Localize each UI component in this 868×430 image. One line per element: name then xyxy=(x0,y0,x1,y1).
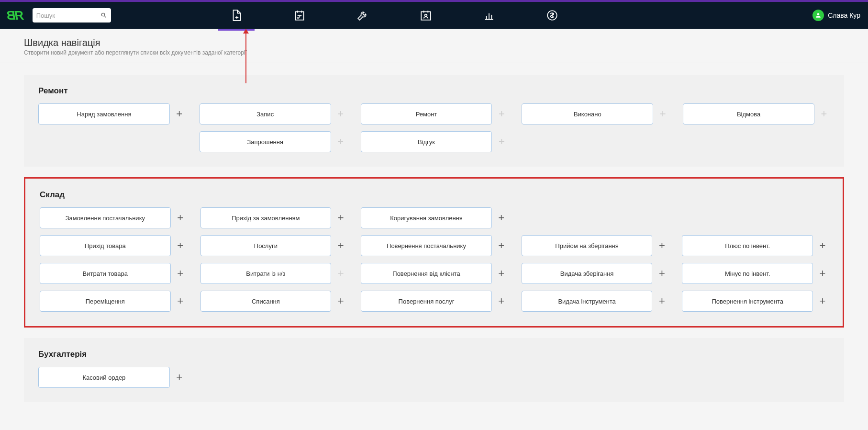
nav-employee-icon[interactable] xyxy=(419,9,433,22)
card-button[interactable]: Плюс по інвент. xyxy=(682,235,813,256)
card-cell: Видача інструмента+ xyxy=(522,291,668,312)
grid-warehouse: Замовлення постачальнику+Прихід за замов… xyxy=(40,207,828,312)
card-button[interactable]: Запис xyxy=(200,103,331,124)
panel-warehouse: Склад Замовлення постачальнику+Прихід за… xyxy=(24,177,844,328)
card-cell: Витрати із н/з+ xyxy=(200,263,347,284)
user-area[interactable]: Слава Кур xyxy=(812,10,860,21)
plus-icon[interactable]: + xyxy=(175,240,186,251)
card-cell: Прийом на зберігання+ xyxy=(522,235,668,256)
card-button[interactable]: Коригування замовлення xyxy=(361,207,492,228)
plus-icon: + xyxy=(496,108,507,120)
card-cell: Коригування замовлення+ xyxy=(361,207,507,228)
card-button[interactable]: Запрошення xyxy=(200,131,331,152)
card-cell: Прихід за замовленням+ xyxy=(200,207,347,228)
grid-repair: Наряд замовлення+Запис+Ремонт+Виконано+В… xyxy=(38,103,830,152)
plus-icon[interactable]: + xyxy=(335,295,346,307)
card-button[interactable]: Видача зберігання xyxy=(522,263,653,284)
avatar xyxy=(812,10,824,21)
card-button[interactable]: Прихід товара xyxy=(40,235,171,256)
plus-icon[interactable]: + xyxy=(817,240,828,251)
card-button[interactable]: Видача інструмента xyxy=(522,291,653,312)
card-button[interactable]: Прихід за замовленням xyxy=(200,207,332,228)
nav-icons xyxy=(230,9,559,22)
card-cell: Прихід товара+ xyxy=(40,235,186,256)
card-button[interactable]: Мінус по інвент. xyxy=(682,263,813,284)
card-button[interactable]: Послуги xyxy=(200,235,332,256)
card-cell: Послуги+ xyxy=(200,235,347,256)
card-cell: Мінус по інвент.+ xyxy=(682,263,828,284)
plus-icon[interactable]: + xyxy=(335,240,346,251)
card-button[interactable]: Виконано xyxy=(522,103,653,124)
plus-icon: + xyxy=(496,136,507,147)
card-button[interactable]: Списання xyxy=(200,291,332,312)
card-cell: Виконано+ xyxy=(522,103,668,124)
card-button[interactable]: Повернення інструмента xyxy=(682,291,813,312)
nav-chart-icon[interactable] xyxy=(482,9,496,22)
plus-icon[interactable]: + xyxy=(335,212,346,224)
plus-icon[interactable]: + xyxy=(656,295,668,307)
card-button[interactable]: Ремонт xyxy=(361,103,492,124)
plus-icon[interactable]: + xyxy=(496,268,507,279)
nav-wrench-icon[interactable] xyxy=(356,9,369,22)
card-button[interactable]: Відмова xyxy=(683,103,814,124)
panel-repair: Ремонт Наряд замовлення+Запис+Ремонт+Вик… xyxy=(24,75,844,167)
panel-accounting: Бухгалтерія Касовий ордер+ xyxy=(24,338,844,402)
card-button[interactable]: Касовий ордер xyxy=(38,367,170,388)
plus-icon[interactable]: + xyxy=(817,295,828,307)
topbar: ЯВ Слава Кур xyxy=(0,2,868,29)
card-cell: Наряд замовлення+ xyxy=(38,103,185,124)
card-cell: Плюс по інвент.+ xyxy=(682,235,828,256)
plus-icon[interactable]: + xyxy=(175,268,186,279)
plus-icon[interactable]: + xyxy=(174,108,185,120)
plus-icon[interactable]: + xyxy=(496,295,507,307)
card-cell: Видача зберігання+ xyxy=(522,263,668,284)
card-cell: Запис+ xyxy=(200,103,346,124)
card-cell: Відгук+ xyxy=(361,131,508,152)
card-button[interactable]: Повернення постачальнику xyxy=(361,235,492,256)
search-input[interactable] xyxy=(36,12,100,19)
plus-icon[interactable]: + xyxy=(656,268,668,279)
nav-checklist-icon[interactable] xyxy=(293,9,306,22)
card-button[interactable]: Витрати із н/з xyxy=(200,263,332,284)
card-cell: Відмова+ xyxy=(683,103,830,124)
panel-warehouse-title: Склад xyxy=(40,190,828,200)
search-box[interactable] xyxy=(33,8,111,23)
card-button[interactable]: Повернення від клієнта xyxy=(361,263,492,284)
card-cell: Ремонт+ xyxy=(361,103,508,124)
card-cell: Витрати товара+ xyxy=(40,263,186,284)
card-button[interactable]: Замовлення постачальнику xyxy=(40,207,171,228)
plus-icon[interactable]: + xyxy=(175,212,186,224)
plus-icon[interactable]: + xyxy=(174,372,185,383)
card-button[interactable]: Відгук xyxy=(361,131,492,152)
nav-money-icon[interactable] xyxy=(545,9,559,22)
panel-accounting-title: Бухгалтерія xyxy=(38,350,830,359)
svg-point-9 xyxy=(425,14,427,17)
card-button[interactable]: Переміщення xyxy=(40,291,171,312)
svg-rect-2 xyxy=(295,11,303,20)
nav-new-document-icon[interactable] xyxy=(230,9,243,22)
card-cell: Повернення послуг+ xyxy=(361,291,507,312)
card-button[interactable]: Повернення послуг xyxy=(361,291,492,312)
plus-icon[interactable]: + xyxy=(496,212,507,224)
card-cell: Повернення постачальнику+ xyxy=(361,235,507,256)
plus-icon: + xyxy=(818,108,830,120)
plus-icon: + xyxy=(335,268,346,279)
svg-rect-6 xyxy=(421,11,431,20)
card-cell: Замовлення постачальнику+ xyxy=(40,207,186,228)
plus-icon[interactable]: + xyxy=(496,240,507,251)
plus-icon[interactable]: + xyxy=(817,268,828,279)
page-subtitle: Створити новий документ або переглянути … xyxy=(24,49,844,56)
panel-repair-title: Ремонт xyxy=(38,86,830,96)
plus-icon: + xyxy=(335,136,346,147)
user-name: Слава Кур xyxy=(828,11,860,19)
card-cell: Повернення від клієнта+ xyxy=(361,263,507,284)
app-logo[interactable]: ЯВ xyxy=(8,8,24,23)
card-button[interactable]: Витрати товара xyxy=(40,263,171,284)
card-button[interactable]: Прийом на зберігання xyxy=(522,235,653,256)
card-cell: Повернення інструмента+ xyxy=(682,291,828,312)
plus-icon[interactable]: + xyxy=(175,295,186,307)
plus-icon: + xyxy=(335,108,346,120)
main-container: Ремонт Наряд замовлення+Запис+Ремонт+Вик… xyxy=(0,63,868,424)
card-button[interactable]: Наряд замовлення xyxy=(38,103,170,124)
plus-icon[interactable]: + xyxy=(656,240,668,251)
